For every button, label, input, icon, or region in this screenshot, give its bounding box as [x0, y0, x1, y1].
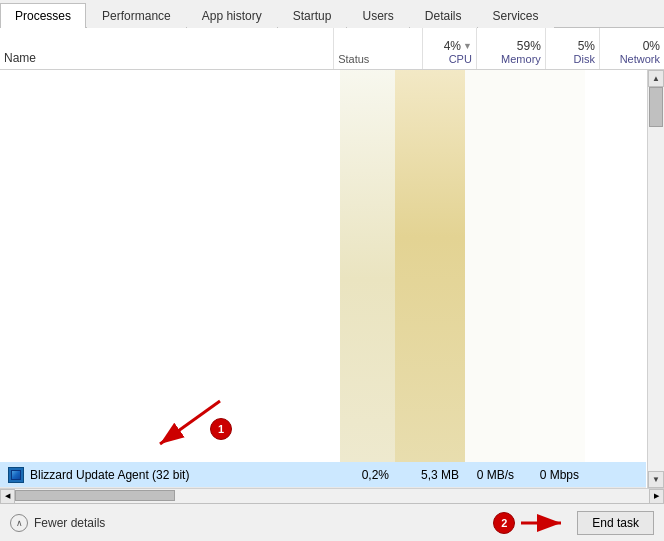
- process-name-label: Blizzard Update Agent (32 bit): [30, 468, 189, 482]
- col-disk[interactable]: 5% Disk: [546, 28, 600, 69]
- annotation-circle-1: 1: [210, 418, 232, 440]
- process-cpu-value: 0,2%: [340, 468, 395, 482]
- rows-area: Blizzard Update Agent (32 bit) 0,2% 5,3 …: [0, 70, 646, 488]
- tab-app-history[interactable]: App history: [187, 3, 277, 28]
- h-scroll-track[interactable]: [15, 489, 649, 503]
- tab-details[interactable]: Details: [410, 3, 477, 28]
- chevron-up-icon: ∧: [10, 514, 28, 532]
- scroll-thumb[interactable]: [649, 87, 663, 127]
- process-network-value: 0 Mbps: [520, 468, 585, 482]
- annotation-2-container: 2: [493, 512, 569, 534]
- vertical-scrollbar[interactable]: ▲ ▼: [647, 70, 664, 488]
- tab-users[interactable]: Users: [347, 3, 408, 28]
- footer: ∧ Fewer details 2 End task: [0, 503, 664, 541]
- tab-bar: Processes Performance App history Startu…: [0, 0, 664, 28]
- tab-services[interactable]: Services: [478, 3, 554, 28]
- cpu-label: CPU: [449, 53, 472, 65]
- scroll-up-button[interactable]: ▲: [648, 70, 664, 87]
- process-disk-value: 0 MB/s: [465, 468, 520, 482]
- main-content: ▲ ▼ Blizzard Update Agent (32 bit) 0,2% …: [0, 70, 664, 503]
- network-label: Network: [620, 53, 660, 65]
- memory-pct-value: 59%: [517, 39, 541, 53]
- process-memory-value: 5,3 MB: [395, 468, 465, 482]
- h-scroll-thumb[interactable]: [15, 490, 175, 501]
- tab-processes[interactable]: Processes: [0, 3, 86, 28]
- end-task-button[interactable]: End task: [577, 511, 654, 535]
- tab-startup[interactable]: Startup: [278, 3, 347, 28]
- fewer-details-button[interactable]: ∧ Fewer details: [10, 514, 105, 532]
- col-memory[interactable]: 59% Memory: [477, 28, 546, 69]
- memory-label: Memory: [501, 53, 541, 65]
- col-name-label: Name: [4, 51, 329, 65]
- disk-pct-row: 5%: [578, 39, 595, 53]
- disk-pct-value: 5%: [578, 39, 595, 53]
- memory-pct-row: 59%: [517, 39, 541, 53]
- scroll-track[interactable]: [648, 87, 664, 471]
- network-pct-row: 0%: [643, 39, 660, 53]
- disk-label: Disk: [574, 53, 595, 65]
- process-table: ▲ ▼ Blizzard Update Agent (32 bit) 0,2% …: [0, 70, 664, 488]
- scroll-right-button[interactable]: ▶: [649, 489, 664, 504]
- tab-performance[interactable]: Performance: [87, 3, 186, 28]
- annotation-number-1: 1: [210, 418, 232, 440]
- col-cpu[interactable]: 4% ▼ CPU: [423, 28, 477, 69]
- col-name[interactable]: Name: [0, 28, 334, 69]
- process-icon: [8, 467, 24, 483]
- process-icon-inner: [11, 470, 21, 480]
- col-status-label: Status: [338, 53, 418, 65]
- fewer-details-label: Fewer details: [34, 516, 105, 530]
- footer-right: 2 End task: [493, 511, 654, 535]
- table-row[interactable]: Blizzard Update Agent (32 bit) 0,2% 5,3 …: [0, 462, 646, 488]
- column-headers: Name Status 4% ▼ CPU 59% Memory 5% Disk …: [0, 28, 664, 70]
- cpu-pct-value: 4%: [444, 39, 461, 53]
- cpu-pct-row: 4% ▼: [444, 39, 472, 53]
- sort-arrow-icon: ▼: [463, 41, 472, 51]
- annotation-number-2: 2: [493, 512, 515, 534]
- horizontal-scrollbar[interactable]: ◀ ▶: [0, 488, 664, 503]
- network-pct-value: 0%: [643, 39, 660, 53]
- annotation-arrow-2-svg: [519, 513, 569, 533]
- col-status[interactable]: Status: [334, 28, 423, 69]
- scroll-left-button[interactable]: ◀: [0, 489, 15, 504]
- col-network[interactable]: 0% Network: [600, 28, 664, 69]
- scroll-down-button[interactable]: ▼: [648, 471, 664, 488]
- process-name-cell: Blizzard Update Agent (32 bit): [0, 467, 340, 483]
